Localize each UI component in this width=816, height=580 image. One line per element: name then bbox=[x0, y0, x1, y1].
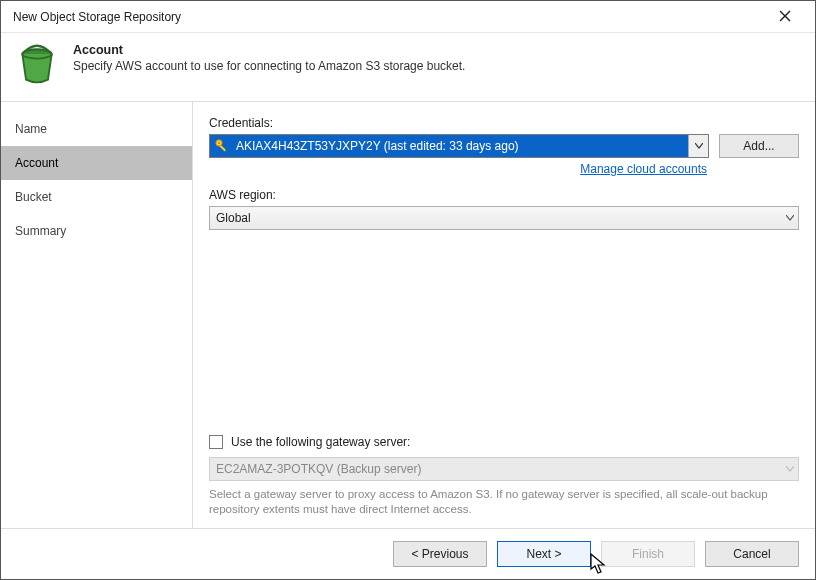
step-name[interactable]: Name bbox=[1, 112, 192, 146]
gateway-server-select: EC2AMAZ-3POTKQV (Backup server) bbox=[209, 457, 799, 481]
credentials-select[interactable]: AKIAX4H43ZT53YJXPY2Y (last edited: 33 da… bbox=[209, 134, 709, 158]
dialog-window: New Object Storage Repository Account Sp… bbox=[0, 0, 816, 580]
svg-rect-6 bbox=[220, 145, 226, 151]
header: Account Specify AWS account to use for c… bbox=[1, 33, 815, 102]
region-label: AWS region: bbox=[209, 188, 799, 202]
key-icon bbox=[214, 138, 230, 154]
gateway-checkbox[interactable] bbox=[209, 435, 223, 449]
next-button[interactable]: Next > bbox=[497, 541, 591, 567]
region-select[interactable]: Global bbox=[209, 206, 799, 230]
svg-point-5 bbox=[218, 142, 220, 144]
header-text: Account Specify AWS account to use for c… bbox=[73, 43, 465, 73]
bucket-icon bbox=[15, 43, 59, 87]
add-credentials-button[interactable]: Add... bbox=[719, 134, 799, 158]
step-bucket[interactable]: Bucket bbox=[1, 180, 192, 214]
footer: < Previous Next > Finish Cancel bbox=[1, 528, 815, 579]
step-summary[interactable]: Summary bbox=[1, 214, 192, 248]
step-account[interactable]: Account bbox=[1, 146, 192, 180]
manage-cloud-accounts-link[interactable]: Manage cloud accounts bbox=[580, 162, 707, 176]
chevron-down-icon bbox=[688, 135, 708, 157]
gateway-hint: Select a gateway server to proxy access … bbox=[209, 487, 799, 518]
previous-button[interactable]: < Previous bbox=[393, 541, 487, 567]
credentials-label: Credentials: bbox=[209, 116, 799, 130]
header-title: Account bbox=[73, 43, 465, 57]
chevron-down-icon bbox=[786, 458, 794, 480]
finish-button: Finish bbox=[601, 541, 695, 567]
titlebar: New Object Storage Repository bbox=[1, 1, 815, 33]
close-icon bbox=[779, 10, 791, 22]
credentials-selected: AKIAX4H43ZT53YJXPY2Y (last edited: 33 da… bbox=[236, 139, 519, 153]
cancel-button[interactable]: Cancel bbox=[705, 541, 799, 567]
gateway-checkbox-label: Use the following gateway server: bbox=[231, 435, 410, 449]
gateway-server-selected: EC2AMAZ-3POTKQV (Backup server) bbox=[216, 462, 421, 476]
region-selected: Global bbox=[216, 211, 251, 225]
header-subtitle: Specify AWS account to use for connectin… bbox=[73, 59, 465, 73]
body: Name Account Bucket Summary Credentials:… bbox=[1, 102, 815, 528]
steps-sidebar: Name Account Bucket Summary bbox=[1, 102, 193, 528]
chevron-down-icon bbox=[786, 207, 794, 229]
main-panel: Credentials: AKIAX4H43ZT53YJXPY2Y (last … bbox=[193, 102, 815, 528]
window-title: New Object Storage Repository bbox=[13, 10, 765, 24]
close-button[interactable] bbox=[765, 10, 805, 24]
